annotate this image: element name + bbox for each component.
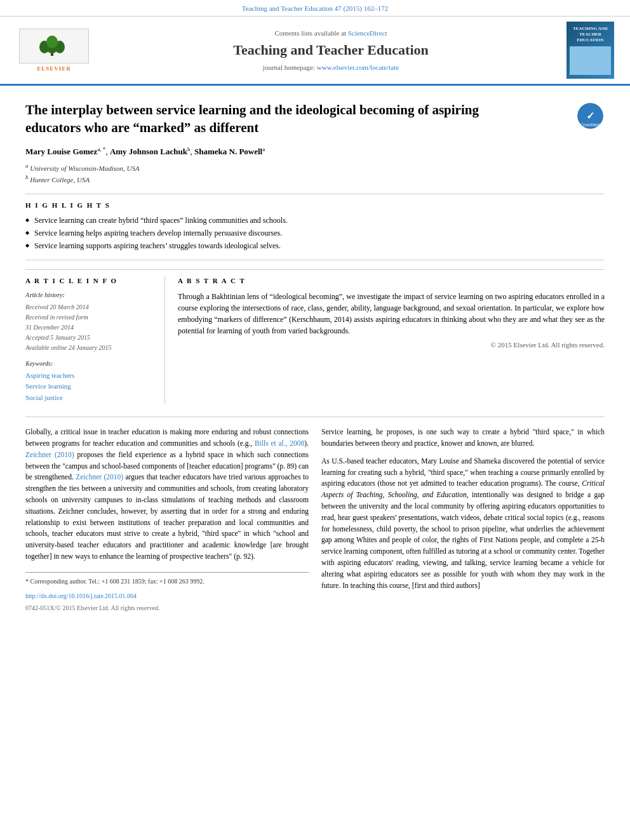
- article-info-abstract-section: A R T I C L E I N F O Article history: R…: [25, 269, 605, 404]
- crossmark-section: ✓ CrossMark: [576, 102, 605, 133]
- cover-box-image: [570, 46, 611, 75]
- highlight-item-1: Service learning can create hybrid “thir…: [25, 215, 605, 226]
- sciencedirect-link[interactable]: ScienceDirect: [348, 29, 387, 37]
- article-history-heading: Article history:: [25, 291, 155, 300]
- crossmark-icon: ✓ CrossMark: [576, 102, 605, 130]
- elsevier-logo-section: ELSEVIER: [13, 29, 95, 73]
- journal-header-center: Contents lists available at ScienceDirec…: [95, 29, 566, 73]
- keyword-2[interactable]: Service learning: [25, 382, 155, 391]
- date-revised-label: Received in revised form: [25, 312, 155, 323]
- zeichner-link-2[interactable]: Zeichner (2010): [76, 473, 123, 481]
- author-3-sup: a: [262, 146, 265, 152]
- article-info-col: A R T I C L E I N F O Article history: R…: [25, 276, 165, 404]
- journal-citation-line: Teaching and Teacher Education 47 (2015)…: [0, 0, 630, 17]
- highlights-section: H I G H L I G H T S Service learning can…: [25, 194, 605, 260]
- authors-line: Mary Louise Gomeza, *, Amy Johnson Lachu…: [25, 145, 605, 158]
- body-para-2: Service learning, he proposes, is one su…: [321, 427, 605, 450]
- affiliations-section: a University of Wisconsin-Madison, USA b…: [25, 162, 605, 185]
- author-1-name: Mary Louise Gomez: [25, 147, 97, 156]
- issn-line: 0742-051X/© 2015 Elsevier Ltd. All right…: [25, 603, 309, 613]
- date-received: Received 20 March 2014: [25, 302, 155, 312]
- copyright-line: © 2015 Elsevier Ltd. All rights reserved…: [178, 340, 605, 350]
- abstract-text: Through a Bakhtinian lens of “ideologica…: [178, 291, 605, 337]
- journal-header: ELSEVIER Contents lists available at Sci…: [0, 17, 630, 86]
- footnote-section: * Corresponding author. Tel.: +1 608 231…: [25, 572, 309, 613]
- elsevier-tree-svg: [32, 33, 76, 58]
- abstract-heading: A B S T R A C T: [178, 276, 605, 286]
- svg-point-4: [46, 36, 58, 48]
- affiliation-2: b Hunter College, USA: [25, 173, 605, 185]
- contents-line: Contents lists available at ScienceDirec…: [108, 29, 554, 38]
- body-para-3: As U.S.-based teacher educators, Mary Lo…: [321, 456, 605, 592]
- journal-title: Teaching and Teacher Education: [108, 41, 554, 60]
- journal-homepage-line: journal homepage: www.elsevier.com/locat…: [108, 63, 554, 72]
- footnote-text: * Corresponding author. Tel.: +1 608 231…: [25, 577, 309, 587]
- highlight-item-2: Service learning helps aspiring teachers…: [25, 228, 605, 239]
- svg-text:✓: ✓: [586, 110, 594, 121]
- keyword-3[interactable]: Social justice: [25, 393, 155, 403]
- elsevier-logo-box: [19, 29, 89, 63]
- body-col-1: Globally, a critical issue in teacher ed…: [25, 427, 309, 613]
- paper-title: The interplay between service learning a…: [25, 102, 521, 137]
- keywords-section: Keywords: Aspiring teachers Service lear…: [25, 359, 155, 403]
- author-2-sup: b: [187, 146, 191, 152]
- date-accepted: Accepted 5 January 2015: [25, 333, 155, 343]
- highlights-heading: H I G H L I G H T S: [25, 201, 605, 210]
- author-1-sup: a, *: [97, 146, 105, 152]
- cover-box-text: TEACHING AND TEACHER EDUCATION: [570, 26, 611, 43]
- course-name-italic: Critical Aspects of Teaching, Schooling,…: [321, 479, 605, 498]
- date-online: Available online 24 January 2015: [25, 343, 155, 353]
- journal-homepage-link[interactable]: www.elsevier.com/locate/tate: [317, 63, 399, 71]
- elsevier-wordmark: ELSEVIER: [37, 65, 71, 73]
- main-content: ✓ CrossMark The interplay between servic…: [0, 86, 630, 625]
- article-dates: Received 20 March 2014 Received in revis…: [25, 302, 155, 353]
- highlights-list: Service learning can create hybrid “thir…: [25, 215, 605, 251]
- keywords-heading: Keywords:: [25, 359, 155, 368]
- body-para-1: Globally, a critical issue in teacher ed…: [25, 427, 309, 563]
- journal-cover-image: TEACHING AND TEACHER EDUCATION: [566, 22, 617, 79]
- body-section: Globally, a critical issue in teacher ed…: [25, 417, 605, 613]
- zeichner-link-1[interactable]: Zeichner (2010): [25, 451, 74, 458]
- highlight-item-3: Service learning supports aspiring teach…: [25, 241, 605, 251]
- bills-link[interactable]: Bills et al., 2008: [255, 439, 304, 447]
- article-info-heading: A R T I C L E I N F O: [25, 276, 155, 286]
- keyword-1[interactable]: Aspiring teachers: [25, 371, 155, 380]
- body-col-2: Service learning, he proposes, is one su…: [321, 427, 605, 613]
- abstract-col: A B S T R A C T Through a Bakhtinian len…: [178, 276, 605, 404]
- doi-link[interactable]: http://dx.doi.org/10.1016/j.tate.2015.01…: [25, 591, 309, 601]
- svg-text:CrossMark: CrossMark: [580, 123, 600, 127]
- author-3-name: Shameka N. Powell: [194, 147, 262, 156]
- paper-title-section: ✓ CrossMark The interplay between servic…: [25, 102, 605, 137]
- date-revised-value: 31 December 2014: [25, 323, 155, 333]
- author-2-name: Amy Johnson Lachuk: [110, 147, 187, 156]
- affiliation-1: a University of Wisconsin-Madison, USA: [25, 162, 605, 173]
